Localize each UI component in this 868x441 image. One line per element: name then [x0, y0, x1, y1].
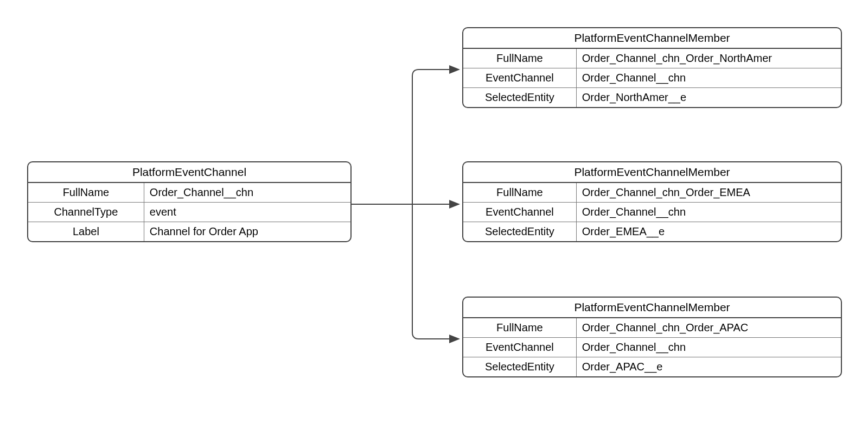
- entity-row: SelectedEntity Order_APAC__e: [463, 357, 841, 376]
- field-key: SelectedEntity: [463, 222, 577, 241]
- field-key: FullName: [463, 318, 577, 337]
- field-key: FullName: [463, 49, 577, 68]
- field-key: SelectedEntity: [463, 357, 577, 376]
- entity-row: FullName Order_Channel_chn_Order_EMEA: [463, 183, 841, 203]
- field-value: Order_Channel_chn_Order_APAC: [577, 318, 841, 337]
- entity-title: PlatformEventChannel: [28, 162, 350, 183]
- field-value: Order_Channel__chn: [144, 183, 350, 202]
- entity-channel-member-3: PlatformEventChannelMember FullName Orde…: [462, 297, 842, 377]
- field-value: Order_Channel_chn_Order_EMEA: [577, 183, 841, 202]
- field-value: Channel for Order App: [144, 222, 350, 241]
- field-value: event: [144, 203, 350, 222]
- field-key: EventChannel: [463, 338, 577, 357]
- entity-row: Label Channel for Order App: [28, 222, 350, 241]
- entity-title: PlatformEventChannelMember: [463, 298, 841, 318]
- entity-row: EventChannel Order_Channel__chn: [463, 68, 841, 88]
- field-value: Order_Channel__chn: [577, 203, 841, 222]
- entity-title: PlatformEventChannelMember: [463, 28, 841, 49]
- entity-row: FullName Order_Channel_chn_Order_NorthAm…: [463, 49, 841, 68]
- field-key: FullName: [463, 183, 577, 202]
- field-key: Label: [28, 222, 144, 241]
- entity-title: PlatformEventChannelMember: [463, 162, 841, 183]
- entity-channel-member-2: PlatformEventChannelMember FullName Orde…: [462, 161, 842, 242]
- field-value: Order_Channel_chn_Order_NorthAmer: [577, 49, 841, 68]
- entity-row: EventChannel Order_Channel__chn: [463, 203, 841, 222]
- field-value: Order_EMEA__e: [577, 222, 841, 241]
- entity-row: SelectedEntity Order_EMEA__e: [463, 222, 841, 241]
- field-key: ChannelType: [28, 203, 144, 222]
- entity-row: FullName Order_Channel__chn: [28, 183, 350, 203]
- field-value: Order_Channel__chn: [577, 338, 841, 357]
- field-key: EventChannel: [463, 203, 577, 222]
- entity-channel-member-1: PlatformEventChannelMember FullName Orde…: [462, 27, 842, 108]
- entity-row: ChannelType event: [28, 203, 350, 222]
- field-key: EventChannel: [463, 68, 577, 87]
- entity-platform-event-channel: PlatformEventChannel FullName Order_Chan…: [27, 161, 352, 242]
- entity-row: EventChannel Order_Channel__chn: [463, 338, 841, 357]
- field-value: Order_APAC__e: [577, 357, 841, 376]
- field-value: Order_NorthAmer__e: [577, 88, 841, 107]
- entity-row: FullName Order_Channel_chn_Order_APAC: [463, 318, 841, 338]
- entity-row: SelectedEntity Order_NorthAmer__e: [463, 88, 841, 107]
- field-key: SelectedEntity: [463, 88, 577, 107]
- field-key: FullName: [28, 183, 144, 202]
- field-value: Order_Channel__chn: [577, 68, 841, 87]
